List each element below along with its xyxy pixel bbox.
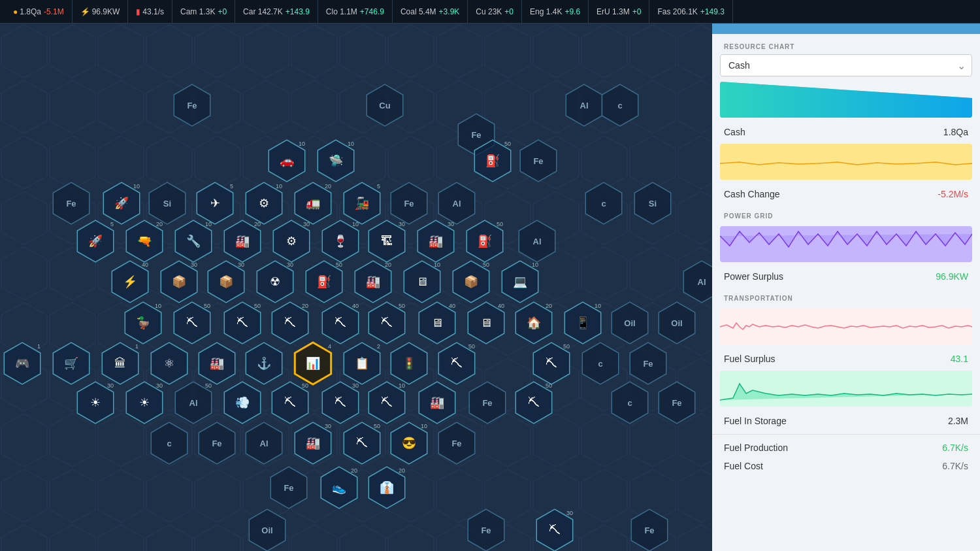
hex-node-n21[interactable]: 5 🚀 (73, 219, 118, 263)
hex-node-n70[interactable]: 50 ⛏ (268, 380, 312, 425)
power-value: 96.9KW (92, 7, 120, 16)
hex-node-n87[interactable]: Fe (267, 465, 311, 510)
hex-node-n52[interactable]: Oil (655, 301, 699, 345)
hex-node-n84[interactable]: Fe (434, 421, 479, 465)
hex-node-n60[interactable]: 2 📋 (340, 341, 384, 386)
hex-node-n73[interactable]: 🏭 (415, 380, 459, 425)
hex-node-n19[interactable]: c (581, 181, 626, 225)
hex-node-n8[interactable]: 50 ⛽ (470, 139, 515, 183)
hex-node-n29[interactable]: 50 ⛽ (463, 219, 507, 263)
hex-node-n41[interactable]: 10 🦆 (121, 301, 165, 345)
hex-node-n88[interactable]: 30 ⛏ (532, 508, 577, 551)
hex-node-n74[interactable]: Fe (465, 380, 510, 425)
fuel-storage-label: Fuel In Storage (724, 416, 787, 426)
hex-node-n45[interactable]: 40 ⛏ (318, 301, 363, 345)
hex-node-n86[interactable]: 20 👔 (365, 465, 409, 510)
hex-node-n81[interactable]: 30 🏭 (291, 421, 335, 465)
hex-node-n85[interactable]: 20 👟 (317, 465, 361, 510)
hex-node-n25[interactable]: 30 ⚙ (269, 219, 314, 263)
hex-node-n22[interactable]: 20 🔫 (122, 219, 167, 263)
topbar-power: ⚡ 96.9KW (73, 0, 129, 23)
hex-node-n57[interactable]: 🏭 (195, 341, 239, 386)
fuel-surplus-value: 43.1 (951, 354, 968, 364)
hex-node-n46[interactable]: 50 ⛏ (365, 301, 409, 345)
hex-node-n65[interactable]: Fe (626, 341, 670, 386)
hex-node-n28[interactable]: 30 🏭 (414, 219, 458, 263)
hex-node-n78[interactable]: c (147, 421, 191, 465)
hex-node-n71[interactable]: 30 ⛏ (318, 380, 363, 425)
hex-node-n35[interactable]: 50 ⛽ (302, 259, 346, 304)
fuel-production-value: 6.7K/s (942, 442, 968, 453)
hex-node-n53[interactable]: 1 🎮 (0, 341, 44, 386)
hex-node-n55[interactable]: 1 🏛 (98, 341, 142, 386)
hex-node-n43[interactable]: 50 ⛏ (220, 301, 265, 345)
hex-node-n64[interactable]: c (578, 341, 623, 386)
hex-map[interactable]: Fe Cu Fe Al c 10 🚗 10 🛸 (0, 24, 712, 551)
transport-chart (720, 309, 972, 344)
resource-dropdown[interactable]: Cash Power Fuel Iron Copper (720, 54, 972, 76)
hex-node-n33[interactable]: 30 📦 (204, 259, 248, 304)
hex-node-n79[interactable]: Fe (195, 421, 239, 465)
statistics-panel: Statistics Bureau ✕ RESOURCE CHART Cash … (712, 0, 980, 551)
hex-node-n38[interactable]: 50 📦 (449, 259, 493, 304)
hex-node-n2[interactable]: Cu (363, 83, 407, 127)
hex-node-n68[interactable]: 50 Al (171, 380, 216, 425)
hex-node-n76[interactable]: c (608, 380, 652, 425)
hex-node-n42[interactable]: 50 ⛏ (170, 301, 214, 345)
hex-node-n82[interactable]: 50 ⛏ (340, 421, 384, 465)
cash-change-label: Cash Change (724, 189, 780, 199)
cash-value: 1.8Qa (20, 7, 41, 16)
hex-node-n48[interactable]: 40 🖥 (464, 301, 508, 345)
fuel-cost-label: Fuel Cost (724, 461, 763, 471)
hex-node-n20[interactable]: Si (630, 181, 675, 225)
fuel-cost-value: 6.7K/s (942, 461, 968, 471)
hex-node-n9[interactable]: Fe (516, 139, 561, 183)
car-label: Car 142.7K (243, 7, 283, 16)
hex-node-n24[interactable]: 20 🏭 (220, 219, 265, 263)
svg-rect-5 (720, 226, 972, 262)
hex-node-n36[interactable]: 20 🏭 (351, 259, 395, 304)
hex-node-n30[interactable]: Al (515, 219, 559, 263)
hex-node-n7[interactable]: 10 🛸 (314, 139, 358, 183)
hex-node-n50[interactable]: 10 📱 (561, 301, 605, 345)
hex-node-n39[interactable]: 10 💻 (498, 259, 542, 304)
hex-node-n56[interactable]: ⚛ (147, 341, 191, 386)
hex-node-n37[interactable]: 10 🖥 (400, 259, 444, 304)
topbar-cash: ● 1.8Qa -5.1M (5, 0, 73, 23)
hex-node-n40[interactable]: Al (679, 259, 712, 304)
hex-node-n47[interactable]: 40 🖥 (415, 301, 459, 345)
hex-node-n58[interactable]: ⚓ (242, 341, 286, 386)
hex-node-n54[interactable]: 🛒 (49, 341, 93, 386)
hex-node-n23[interactable]: 10 🔧 (171, 219, 216, 263)
hex-node-n49[interactable]: 20 🏠 (512, 301, 556, 345)
hex-node-n32[interactable]: 30 📦 (157, 259, 201, 304)
hex-node-n44[interactable]: 20 ⛏ (268, 301, 312, 345)
eru-label: ErU 1.3M (596, 7, 630, 16)
topbar-eru: ErU 1.3M +0 (589, 0, 649, 23)
hex-node-n26[interactable]: 10 🍷 (318, 219, 363, 263)
hex-node-n61[interactable]: 🚦 (387, 341, 431, 386)
hex-node-n75[interactable]: 50 ⛏ (512, 380, 556, 425)
hex-node-n31[interactable]: 40 ⚡ (108, 259, 152, 304)
hex-node-n63[interactable]: 50 ⛏ (529, 341, 574, 386)
resource-selector[interactable]: Cash Power Fuel Iron Copper ⌄ (720, 54, 972, 76)
hex-node-n90[interactable]: Fe (464, 508, 508, 551)
hex-node-n1[interactable]: Fe (170, 83, 214, 127)
hex-node-n51[interactable]: Oil (608, 301, 652, 345)
hex-node-n89[interactable]: Oil (245, 508, 289, 551)
hex-node-n62[interactable]: 50 ⛏ (434, 341, 479, 386)
hex-node-n67[interactable]: 30 ☀ (122, 380, 167, 425)
hex-node-n91[interactable]: Fe (627, 508, 672, 551)
hex-node-n80[interactable]: Al (242, 421, 286, 465)
hex-node-n5[interactable]: c (598, 83, 642, 127)
hex-node-n34[interactable]: 30 ☢ (253, 259, 297, 304)
hex-node-n69[interactable]: 💨 (220, 380, 265, 425)
hex-node-n77[interactable]: Fe (655, 380, 699, 425)
hex-node-n27[interactable]: 30 🏗 (365, 219, 409, 263)
hex-node-n83[interactable]: 10 😎 (387, 421, 431, 465)
fuel-storage-svg (720, 371, 972, 407)
hex-node-n6[interactable]: 10 🚗 (265, 139, 309, 183)
hex-node-n66[interactable]: 30 ☀ (73, 380, 118, 425)
hex-node-n72[interactable]: 10 ⛏ (365, 380, 409, 425)
hex-node-n59[interactable]: 4 📊 (291, 341, 335, 386)
